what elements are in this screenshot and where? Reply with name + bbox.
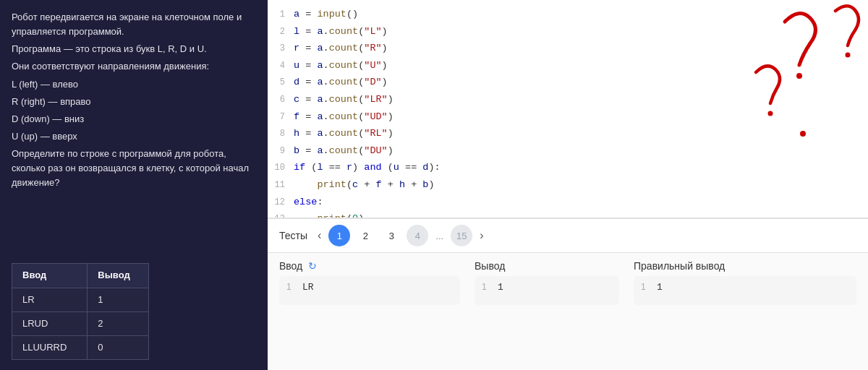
code-line-6: 6 c = a.count("LR") — [268, 91, 868, 108]
page-button-15[interactable]: 15 — [451, 225, 472, 246]
table-cell-output: 0 — [88, 335, 149, 359]
input-value: LR — [302, 282, 314, 293]
next-page-button[interactable]: › — [477, 230, 486, 241]
table-row: LRUD 2 — [12, 311, 149, 335]
table-cell-input: LR — [12, 288, 88, 311]
code-line-11: 11 print(c + f + h + b) — [268, 176, 868, 194]
desc-line-1: Робот передвигается на экране на клеточн… — [12, 10, 256, 39]
input-label: Ввод — [279, 260, 302, 272]
correct-label: Правильный вывод — [634, 260, 725, 272]
table-cell-input: LLUURRD — [12, 335, 88, 359]
code-area: 1 a = input() 2 l = a.count("L") 3 r = a… — [268, 0, 868, 218]
code-line-12: 12 else: — [268, 194, 868, 211]
correct-section: Правильный вывод 1 1 — [634, 260, 856, 305]
tests-navigation: Тесты ‹ 1 2 3 4 ... 15 › — [268, 219, 868, 253]
output-label: Вывод — [475, 260, 505, 272]
io-table-header-input: Ввод — [12, 264, 88, 288]
tests-label: Тесты — [279, 230, 307, 241]
output-line-num: 1 — [482, 282, 492, 292]
output-section-header: Вывод — [475, 260, 619, 272]
prev-page-button[interactable]: ‹ — [315, 230, 324, 241]
bottom-section: Тесты ‹ 1 2 3 4 ... 15 › Ввод ↻ 1 LR — [268, 218, 868, 370]
code-line-5: 5 d = a.count("D") — [268, 74, 868, 91]
output-section: Вывод 1 1 — [475, 260, 619, 305]
output-box: 1 1 — [475, 276, 619, 305]
refresh-icon[interactable]: ↻ — [308, 260, 317, 272]
correct-section-header: Правильный вывод — [634, 260, 856, 272]
desc-line-6: D (down) — вниз — [12, 112, 256, 126]
code-line-10: 10 if (l == r) and (u == d): — [268, 159, 868, 176]
code-line-1: 1 a = input() — [268, 6, 868, 23]
input-section: Ввод ↻ 1 LR — [279, 260, 460, 305]
problem-description: Робот передвигается на экране на клеточн… — [12, 10, 256, 249]
table-cell-input: LRUD — [12, 311, 88, 335]
desc-line-3: Они соответствуют направлениям движения: — [12, 59, 256, 74]
io-table-section: Ввод Вывод LR 1 LRUD 2 LLUURRD 0 — [12, 259, 256, 360]
code-line-2: 2 l = a.count("L") — [268, 23, 868, 40]
page-button-4[interactable]: 4 — [407, 225, 428, 246]
test-content: Ввод ↻ 1 LR Вывод 1 1 — [268, 253, 868, 370]
page-button-1[interactable]: 1 — [328, 225, 350, 246]
page-button-2[interactable]: 2 — [354, 225, 376, 246]
page-button-3[interactable]: 3 — [380, 225, 402, 246]
io-table-header-output: Вывод — [88, 264, 149, 288]
code-line-13: 13 print(0) — [268, 210, 868, 218]
page-dots: ... — [433, 231, 446, 241]
desc-line-7: U (up) — вверх — [12, 129, 256, 144]
desc-line-2: Программа — это строка из букв L, R, D и… — [12, 42, 256, 56]
right-panel: 1 a = input() 2 l = a.count("L") 3 r = a… — [268, 0, 868, 370]
problem-panel: Робот передвигается на экране на клеточн… — [0, 0, 268, 370]
code-line-9: 9 b = a.count("DU") — [268, 142, 868, 160]
correct-line-num: 1 — [641, 282, 651, 292]
code-line-8: 8 h = a.count("RL") — [268, 125, 868, 142]
code-line-4: 4 u = a.count("U") — [268, 57, 868, 74]
desc-line-8: Определите по строке с программой для ро… — [12, 147, 256, 190]
io-table: Ввод Вывод LR 1 LRUD 2 LLUURRD 0 — [12, 263, 149, 360]
table-row: LR 1 — [12, 288, 149, 311]
code-editor[interactable]: 1 a = input() 2 l = a.count("L") 3 r = a… — [268, 0, 868, 218]
input-line-num: 1 — [286, 282, 297, 292]
code-line-3: 3 r = a.count("R") — [268, 40, 868, 57]
table-row: LLUURRD 0 — [12, 335, 149, 359]
table-cell-output: 1 — [88, 288, 149, 311]
output-value: 1 — [498, 282, 503, 293]
input-section-header: Ввод ↻ — [279, 260, 460, 272]
desc-line-4: L (left) — влево — [12, 77, 256, 92]
code-line-7: 7 f = a.count("UD") — [268, 108, 868, 126]
correct-box: 1 1 — [634, 276, 856, 305]
desc-line-5: R (right) — вправо — [12, 95, 256, 109]
correct-value: 1 — [657, 282, 663, 293]
table-cell-output: 2 — [88, 311, 149, 335]
input-box: 1 LR — [279, 276, 460, 305]
